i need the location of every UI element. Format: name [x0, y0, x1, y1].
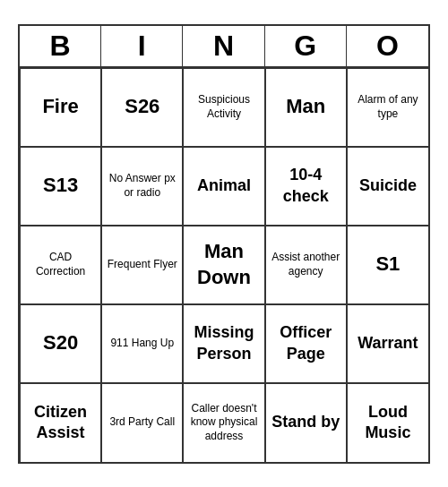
- bingo-grid: FireS26Suspicious ActivityManAlarm of an…: [20, 68, 428, 462]
- bingo-cell: Citizen Assist: [20, 383, 101, 462]
- bingo-header: BINGO: [20, 26, 428, 68]
- header-letter: G: [265, 26, 347, 66]
- header-letter: I: [101, 26, 183, 66]
- bingo-cell: S26: [101, 68, 183, 147]
- bingo-cell: Assist another agency: [265, 226, 347, 304]
- bingo-cell: Alarm of any type: [347, 68, 428, 147]
- bingo-card: BINGO FireS26Suspicious ActivityManAlarm…: [18, 24, 430, 464]
- bingo-cell: Suspicious Activity: [183, 68, 264, 147]
- bingo-cell: Fire: [20, 68, 101, 147]
- bingo-cell: 911 Hang Up: [101, 304, 183, 383]
- bingo-cell: Man Down: [183, 226, 264, 304]
- bingo-cell: Frequent Flyer: [101, 226, 183, 304]
- bingo-cell: S1: [347, 226, 428, 304]
- bingo-cell: Stand by: [265, 383, 347, 462]
- bingo-cell: Animal: [183, 147, 264, 226]
- header-letter: N: [183, 26, 264, 66]
- bingo-cell: Officer Page: [265, 304, 347, 383]
- bingo-cell: No Answer px or radio: [101, 147, 183, 226]
- bingo-cell: Man: [265, 68, 347, 147]
- header-letter: O: [347, 26, 428, 66]
- bingo-cell: Caller doesn't know physical address: [183, 383, 264, 462]
- bingo-cell: Suicide: [347, 147, 428, 226]
- bingo-cell: Warrant: [347, 304, 428, 383]
- bingo-cell: 10-4 check: [265, 147, 347, 226]
- bingo-cell: 3rd Party Call: [101, 383, 183, 462]
- bingo-cell: S13: [20, 147, 101, 226]
- bingo-cell: CAD Correction: [20, 226, 101, 304]
- bingo-cell: S20: [20, 304, 101, 383]
- bingo-cell: Missing Person: [183, 304, 264, 383]
- bingo-cell: Loud Music: [347, 383, 428, 462]
- header-letter: B: [20, 26, 101, 66]
